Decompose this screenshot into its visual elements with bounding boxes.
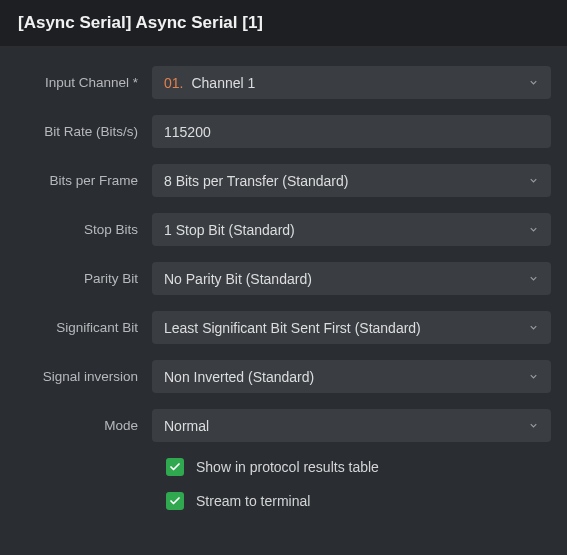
- control-bits-per-frame: 8 Bits per Transfer (Standard): [152, 164, 551, 197]
- chevron-down-icon: [528, 75, 539, 91]
- label-bit-rate: Bit Rate (Bits/s): [16, 124, 152, 139]
- select-value: Channel 1: [191, 75, 255, 91]
- check-icon: [169, 461, 181, 473]
- control-signal-inversion: Non Inverted (Standard): [152, 360, 551, 393]
- checkbox-label: Stream to terminal: [196, 493, 310, 509]
- chevron-down-icon: [528, 369, 539, 385]
- checkbox-label: Show in protocol results table: [196, 459, 379, 475]
- checkbox-show-in-results[interactable]: [166, 458, 184, 476]
- chevron-down-icon: [528, 222, 539, 238]
- row-stream-terminal: Stream to terminal: [16, 492, 551, 510]
- checkbox-stream-terminal[interactable]: [166, 492, 184, 510]
- control-parity-bit: No Parity Bit (Standard): [152, 262, 551, 295]
- input-bit-rate[interactable]: 115200: [152, 115, 551, 148]
- select-value: 1 Stop Bit (Standard): [164, 222, 295, 238]
- label-bits-per-frame: Bits per Frame: [16, 173, 152, 188]
- settings-form: Input Channel * 01. Channel 1 Bit Rate (…: [0, 46, 567, 536]
- select-parity-bit[interactable]: No Parity Bit (Standard): [152, 262, 551, 295]
- control-significant-bit: Least Significant Bit Sent First (Standa…: [152, 311, 551, 344]
- select-stop-bits[interactable]: 1 Stop Bit (Standard): [152, 213, 551, 246]
- panel-header: [Async Serial] Async Serial [1]: [0, 0, 567, 46]
- select-significant-bit[interactable]: Least Significant Bit Sent First (Standa…: [152, 311, 551, 344]
- row-mode: Mode Normal: [16, 409, 551, 442]
- select-input-channel[interactable]: 01. Channel 1: [152, 66, 551, 99]
- row-stop-bits: Stop Bits 1 Stop Bit (Standard): [16, 213, 551, 246]
- select-mode[interactable]: Normal: [152, 409, 551, 442]
- row-parity-bit: Parity Bit No Parity Bit (Standard): [16, 262, 551, 295]
- chevron-down-icon: [528, 418, 539, 434]
- row-significant-bit: Significant Bit Least Significant Bit Se…: [16, 311, 551, 344]
- label-signal-inversion: Signal inversion: [16, 369, 152, 384]
- chevron-down-icon: [528, 271, 539, 287]
- chevron-down-icon: [528, 320, 539, 336]
- row-bits-per-frame: Bits per Frame 8 Bits per Transfer (Stan…: [16, 164, 551, 197]
- chevron-down-icon: [528, 173, 539, 189]
- row-bit-rate: Bit Rate (Bits/s) 115200: [16, 115, 551, 148]
- select-bits-per-frame[interactable]: 8 Bits per Transfer (Standard): [152, 164, 551, 197]
- label-parity-bit: Parity Bit: [16, 271, 152, 286]
- label-significant-bit: Significant Bit: [16, 320, 152, 335]
- label-input-channel: Input Channel *: [16, 75, 152, 90]
- label-mode: Mode: [16, 418, 152, 433]
- row-signal-inversion: Signal inversion Non Inverted (Standard): [16, 360, 551, 393]
- select-value: Least Significant Bit Sent First (Standa…: [164, 320, 421, 336]
- control-input-channel: 01. Channel 1: [152, 66, 551, 99]
- select-value: Non Inverted (Standard): [164, 369, 314, 385]
- check-icon: [169, 495, 181, 507]
- input-value: 115200: [164, 124, 211, 140]
- channel-prefix: 01.: [164, 75, 183, 91]
- panel-title: [Async Serial] Async Serial [1]: [18, 13, 263, 32]
- control-mode: Normal: [152, 409, 551, 442]
- select-value: Normal: [164, 418, 209, 434]
- control-stop-bits: 1 Stop Bit (Standard): [152, 213, 551, 246]
- control-bit-rate: 115200: [152, 115, 551, 148]
- label-stop-bits: Stop Bits: [16, 222, 152, 237]
- select-value: 8 Bits per Transfer (Standard): [164, 173, 348, 189]
- row-input-channel: Input Channel * 01. Channel 1: [16, 66, 551, 99]
- select-value: No Parity Bit (Standard): [164, 271, 312, 287]
- select-signal-inversion[interactable]: Non Inverted (Standard): [152, 360, 551, 393]
- row-show-in-results: Show in protocol results table: [16, 458, 551, 476]
